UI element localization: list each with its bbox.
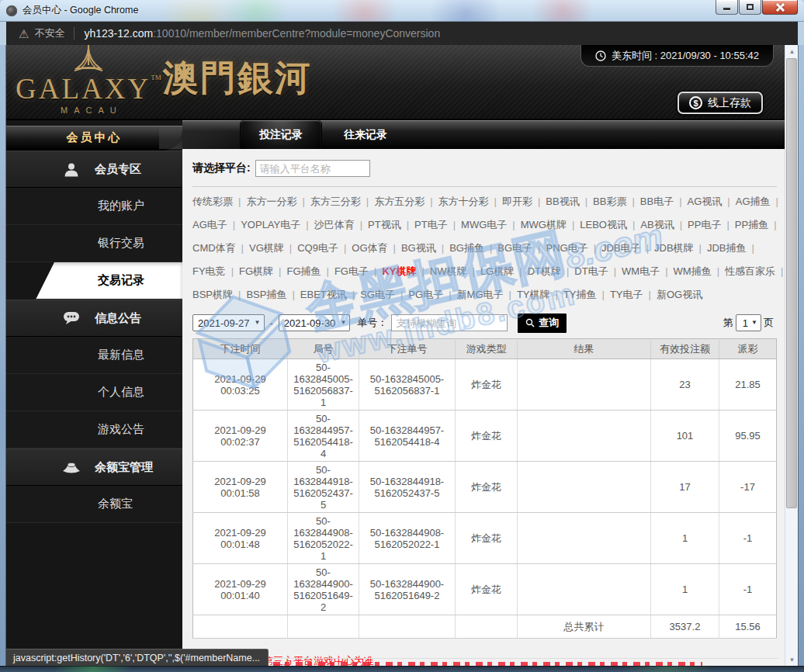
platform-link[interactable]: BSP棋牌	[192, 289, 233, 300]
platform-separator: |	[360, 219, 362, 230]
tab-transaction-records[interactable]: 往来记录	[327, 120, 404, 149]
platform-link[interactable]: LEBO视讯	[580, 219, 627, 230]
platform-link[interactable]: FG捕鱼	[286, 265, 321, 277]
platform-link[interactable]: JDB捕鱼	[707, 242, 747, 254]
platform-link[interactable]: SG电子	[360, 289, 395, 300]
query-button[interactable]: 查询	[518, 313, 567, 333]
platform-link[interactable]: JDB电子	[601, 242, 641, 254]
platform-link[interactable]: AG视讯	[688, 196, 723, 207]
url-path[interactable]: :10010/member/memberCentre?module=moneyC…	[153, 27, 440, 40]
platform-link[interactable]: PG电子	[408, 289, 443, 300]
platform-link[interactable]: 东方五分彩	[374, 196, 425, 207]
platform-link[interactable]: PNG电子	[546, 242, 588, 254]
window-border-right	[798, 45, 804, 666]
platform-link[interactable]: AB视讯	[640, 219, 674, 230]
date-to-select[interactable]: 2021-09-30▼	[279, 314, 351, 331]
platform-link[interactable]: DT棋牌	[528, 265, 561, 277]
desktop-background: 会员中心 - Google Chrome ⚠ 不安全 yh123-12.com …	[0, 0, 804, 672]
platform-separator: |	[602, 289, 605, 300]
platform-link[interactable]: 东方三分彩	[310, 196, 361, 207]
platform-link[interactable]: CQ9电子	[297, 242, 338, 254]
platform-link[interactable]: JDB棋牌	[654, 242, 694, 254]
maximize-button[interactable]	[739, 0, 761, 15]
table-cell: -1	[719, 564, 777, 615]
platform-link[interactable]: NW棋牌	[430, 265, 467, 277]
platform-link[interactable]: OG体育	[352, 242, 387, 254]
platform-link[interactable]: BG电子	[497, 242, 532, 254]
platform-link[interactable]: BB视讯	[546, 196, 579, 207]
sidebar-item-7[interactable]: 游戏公告	[6, 411, 182, 449]
platform-link[interactable]: LG棋牌	[480, 265, 514, 277]
platform-link[interactable]: YOPLAY电子	[241, 219, 300, 230]
order-number-input[interactable]	[391, 314, 508, 331]
platform-link[interactable]: 东方十分彩	[438, 196, 489, 207]
platform-link[interactable]: WM电子	[622, 265, 660, 277]
page-select[interactable]: 1▼	[736, 314, 761, 331]
platform-link[interactable]: FY电竞	[192, 265, 226, 277]
platform-link[interactable]: TY棋牌	[517, 289, 550, 300]
table-row: 2021-09-29 00:01:5850-1632844918-5162052…	[193, 462, 777, 513]
vertical-scrollbar[interactable]: ▲ ▼	[785, 45, 798, 666]
search-icon	[525, 318, 535, 327]
platform-link[interactable]: 性感百家乐	[725, 265, 775, 277]
sidebar-item-6[interactable]: 个人信息	[6, 374, 182, 411]
platform-link[interactable]: BG视讯	[401, 242, 436, 254]
platform-link[interactable]: BB电子	[640, 196, 674, 207]
sidebar-item-0[interactable]: 会员专区	[6, 151, 182, 188]
sidebar-item-2[interactable]: 银行交易	[6, 225, 182, 262]
url-domain[interactable]: yh123-12.com	[84, 27, 153, 40]
platform-link[interactable]: FG电子	[334, 265, 369, 277]
platform-link[interactable]: DT电子	[574, 265, 608, 277]
platform-link[interactable]: PT电子	[414, 219, 448, 230]
platform-link[interactable]: PP捕鱼	[735, 219, 768, 230]
platform-link[interactable]: VG棋牌	[249, 242, 284, 254]
online-deposit-button[interactable]: $ 线上存款	[678, 92, 763, 114]
scroll-up-arrow[interactable]: ▲	[785, 45, 798, 57]
platform-link[interactable]: 新MG电子	[457, 289, 504, 300]
platform-link[interactable]: CMD体育	[192, 242, 236, 254]
server-time: 美东时间 : 2021/09/30 - 10:55:42	[580, 45, 774, 67]
platform-separator: |	[490, 242, 492, 254]
platform-filter-label: 请选择平台:	[192, 161, 251, 175]
platform-link[interactable]: 新OG视讯	[657, 289, 702, 300]
date-from-select[interactable]: 2021-09-27▼	[192, 314, 265, 331]
platform-link[interactable]: WM捕鱼	[674, 265, 712, 277]
platform-link[interactable]: 沙巴体育	[314, 219, 355, 230]
platform-link[interactable]: TY捕鱼	[563, 289, 597, 300]
sidebar-item-1[interactable]: 我的账户	[6, 188, 182, 225]
platform-link[interactable]: MWG电子	[461, 219, 507, 230]
platform-name-input[interactable]	[255, 160, 370, 177]
platform-link[interactable]: 传统彩票	[192, 196, 233, 207]
platform-link[interactable]: AG捕鱼	[736, 196, 771, 207]
platform-link[interactable]: 即开彩	[502, 196, 532, 207]
tab-bet-records[interactable]: 投注记录	[240, 120, 322, 149]
platform-link[interactable]: BSP捕鱼	[246, 289, 286, 300]
scrollbar-thumb[interactable]	[786, 58, 797, 508]
not-secure-label[interactable]: 不安全	[34, 26, 64, 40]
total-cell: 15.56	[719, 615, 777, 639]
platform-link[interactable]: AG电子	[192, 219, 227, 230]
platform-link[interactable]: 东方一分彩	[246, 196, 296, 207]
platform-link[interactable]: MWG棋牌	[521, 219, 567, 230]
platform-link[interactable]: BB彩票	[593, 196, 626, 207]
person-icon	[62, 162, 81, 177]
divider	[192, 186, 777, 187]
platform-link[interactable]: EBET视讯	[300, 289, 347, 300]
platform-link[interactable]: BG捕鱼	[449, 242, 484, 254]
sidebar-item-5[interactable]: 最新信息	[6, 337, 182, 374]
platform-link[interactable]: PP电子	[688, 219, 721, 230]
sidebar-item-9[interactable]: 余额宝	[6, 486, 182, 523]
close-button[interactable]	[762, 0, 798, 15]
platform-link[interactable]: KY棋牌	[382, 265, 416, 277]
sidebar-item-3[interactable]: 交易记录	[6, 262, 182, 300]
minimize-button[interactable]	[716, 0, 738, 15]
platform-link[interactable]: FG棋牌	[239, 265, 273, 277]
platform-link[interactable]: PT视讯	[368, 219, 401, 230]
address-bar[interactable]: ⚠ 不安全 yh123-12.com :10010/member/memberC…	[6, 22, 798, 45]
platform-link[interactable]: TY电子	[610, 289, 643, 300]
sidebar-item-8[interactable]: 余额宝管理	[6, 449, 182, 486]
not-secure-warning-icon: ⚠	[19, 28, 29, 40]
sidebar-item-4[interactable]: 信息公告	[6, 300, 182, 337]
scroll-down-arrow[interactable]: ▼	[785, 653, 798, 666]
platform-separator: |	[594, 242, 596, 254]
